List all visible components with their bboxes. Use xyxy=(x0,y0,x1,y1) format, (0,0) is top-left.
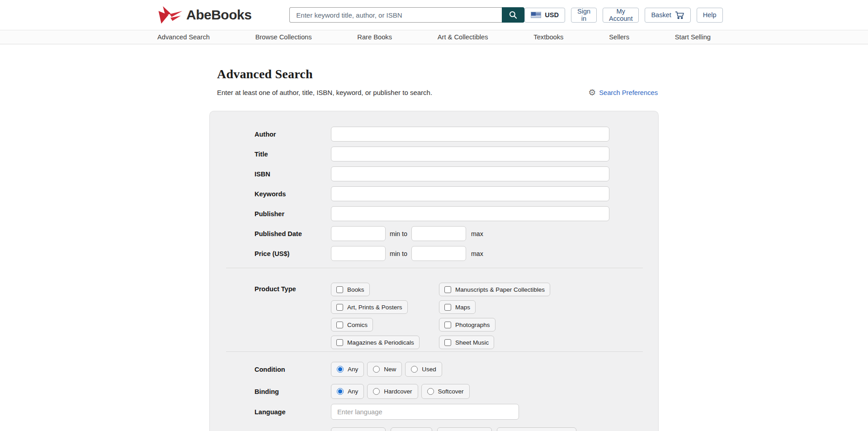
page-title: Advanced Search xyxy=(217,67,658,81)
checkbox-photographs[interactable]: Photographs xyxy=(439,318,495,332)
checkbox-books[interactable]: Books xyxy=(331,283,370,296)
product-type-options: Books Manuscripts & Paper Collectibles A… xyxy=(331,283,550,349)
site-header: AbeBooks USD Sign in My xyxy=(0,0,868,30)
us-flag-icon xyxy=(531,12,541,18)
checkbox-label: Manuscripts & Paper Collectibles xyxy=(455,286,545,293)
checkbox-label: Maps xyxy=(455,304,470,311)
checkbox-signed[interactable]: Signed xyxy=(391,427,432,431)
keywords-label: Keywords xyxy=(255,190,331,198)
radio-binding-hardcover[interactable]: Hardcover xyxy=(367,384,418,399)
sign-in-label: Sign in xyxy=(577,8,590,22)
author-input[interactable] xyxy=(331,127,609,142)
main-content: Advanced Search Enter at least one of au… xyxy=(209,67,659,431)
page-subtitle: Enter at least one of author, title, ISB… xyxy=(217,89,432,96)
isbn-input[interactable] xyxy=(331,166,609,181)
checkbox-label: Art, Prints & Posters xyxy=(347,304,402,311)
checkbox-not-print-on-demand[interactable]: Not Print on Demand xyxy=(497,427,576,431)
main-nav: Advanced Search Browse Collections Rare … xyxy=(0,30,868,44)
price-min-input[interactable] xyxy=(331,246,386,261)
radio-binding-softcover[interactable]: Softcover xyxy=(421,384,470,399)
radio-condition-used[interactable]: Used xyxy=(405,362,442,377)
binding-any-radio[interactable] xyxy=(337,388,344,395)
sheet-music-checkbox[interactable] xyxy=(444,339,451,346)
language-input[interactable] xyxy=(331,404,519,420)
search-input[interactable] xyxy=(289,7,502,23)
keywords-row: Keywords xyxy=(210,186,658,201)
checkbox-comics[interactable]: Comics xyxy=(331,318,373,332)
product-type-label: Product Type xyxy=(255,283,331,293)
condition-row: Condition Any New Used xyxy=(210,362,658,377)
shopping-cart-icon xyxy=(675,11,684,19)
radio-label: New xyxy=(384,366,396,373)
nav-item-browse-collections[interactable]: Browse Collections xyxy=(255,33,312,41)
art-prints-checkbox[interactable] xyxy=(336,304,343,311)
my-account-button[interactable]: My Account xyxy=(603,8,639,23)
author-label: Author xyxy=(255,131,331,138)
search-icon xyxy=(509,10,518,19)
checkbox-first-edition[interactable]: First Edition xyxy=(331,427,386,431)
attributes-options: First Edition Signed Dust Jacket Not Pri… xyxy=(331,427,576,431)
comics-checkbox[interactable] xyxy=(336,322,343,328)
published-date-min-input[interactable] xyxy=(331,226,386,241)
condition-options: Any New Used xyxy=(331,362,442,377)
price-max-input[interactable] xyxy=(411,246,466,261)
abebooks-logo[interactable]: AbeBooks xyxy=(157,5,251,24)
nav-item-textbooks[interactable]: Textbooks xyxy=(533,33,563,41)
logo-wordmark: AbeBooks xyxy=(186,7,251,23)
sign-in-button[interactable]: Sign in xyxy=(571,8,597,23)
currency-label: USD xyxy=(545,11,559,19)
header-search xyxy=(289,7,524,23)
currency-button[interactable]: USD xyxy=(524,8,565,23)
search-preferences-link[interactable]: ⚙ Search Preferences xyxy=(588,88,658,97)
title-input[interactable] xyxy=(331,147,609,161)
books-checkbox[interactable] xyxy=(336,286,343,293)
radio-condition-new[interactable]: New xyxy=(367,362,402,377)
published-date-max-input[interactable] xyxy=(411,226,466,241)
checkbox-dust-jacket[interactable]: Dust Jacket xyxy=(437,427,492,431)
checkbox-magazines-periodicals[interactable]: Magazines & Periodicals xyxy=(331,336,420,349)
maps-checkbox[interactable] xyxy=(444,304,451,311)
nav-item-rare-books[interactable]: Rare Books xyxy=(357,33,392,41)
nav-item-advanced-search[interactable]: Advanced Search xyxy=(157,33,210,41)
checkbox-manuscripts-paper-collectibles[interactable]: Manuscripts & Paper Collectibles xyxy=(439,283,550,296)
checkbox-sheet-music[interactable]: Sheet Music xyxy=(439,336,494,349)
title-label: Title xyxy=(255,151,331,158)
publisher-label: Publisher xyxy=(255,210,331,218)
publisher-input[interactable] xyxy=(331,206,609,221)
basket-button[interactable]: Basket xyxy=(645,8,690,23)
binding-row: Binding Any Hardcover Softcover xyxy=(210,384,658,399)
author-row: Author xyxy=(210,127,658,142)
radio-binding-any[interactable]: Any xyxy=(331,384,364,399)
checkbox-art-prints-posters[interactable]: Art, Prints & Posters xyxy=(331,300,408,314)
nav-item-art-collectibles[interactable]: Art & Collectibles xyxy=(438,33,488,41)
nav-item-start-selling[interactable]: Start Selling xyxy=(675,33,711,41)
condition-any-radio[interactable] xyxy=(337,366,344,373)
section-divider xyxy=(226,351,643,352)
binding-softcover-radio[interactable] xyxy=(427,388,434,395)
max-label: max xyxy=(471,250,483,257)
magazines-checkbox[interactable] xyxy=(336,339,343,346)
keywords-input[interactable] xyxy=(331,186,609,201)
manuscripts-checkbox[interactable] xyxy=(444,286,451,293)
header-account-buttons: USD Sign in My Account Basket Hel xyxy=(524,8,722,23)
radio-condition-any[interactable]: Any xyxy=(331,362,364,377)
attributes-row: Attributes First Edition Signed Dust Jac… xyxy=(210,427,658,431)
published-date-label: Published Date xyxy=(255,230,331,237)
abebooks-bird-icon xyxy=(157,5,184,24)
binding-hardcover-radio[interactable] xyxy=(373,388,380,395)
checkbox-label: Magazines & Periodicals xyxy=(347,339,414,346)
checkbox-label: Comics xyxy=(347,322,368,328)
condition-new-radio[interactable] xyxy=(373,366,380,373)
radio-label: Softcover xyxy=(438,388,464,395)
help-button[interactable]: Help xyxy=(697,8,723,23)
search-button[interactable] xyxy=(502,7,524,23)
radio-label: Hardcover xyxy=(384,388,412,395)
condition-label: Condition xyxy=(255,366,331,373)
nav-item-sellers[interactable]: Sellers xyxy=(609,33,629,41)
photographs-checkbox[interactable] xyxy=(444,322,451,328)
condition-used-radio[interactable] xyxy=(411,366,418,373)
help-label: Help xyxy=(703,11,717,19)
product-type-row: Product Type Books Manuscripts & Paper C… xyxy=(210,283,658,349)
publisher-row: Publisher xyxy=(210,206,658,221)
checkbox-maps[interactable]: Maps xyxy=(439,300,476,314)
